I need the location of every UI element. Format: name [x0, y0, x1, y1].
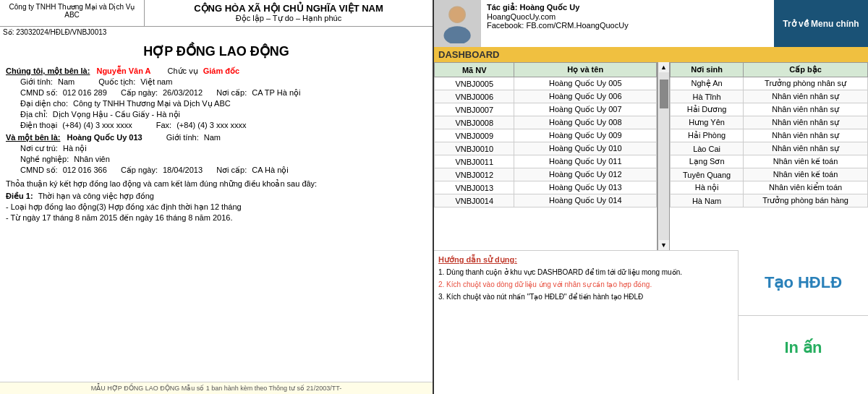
gender-line: Giới tính: Nam Quốc tịch: Việt nam	[6, 77, 427, 87]
document-header: Công ty TNHH Thương Mại và Dịch Vụ ABC C…	[0, 0, 433, 27]
table-row[interactable]: VNBJ0009Hoàng Quốc Uy 009	[435, 129, 657, 142]
cell-cap-bac: Nhân viên nhân sự	[744, 129, 868, 142]
residence-label: Nơi cư trú:	[20, 144, 58, 153]
issued-label: Cấp ngày:	[121, 88, 158, 97]
table-row[interactable]: VNBJ0008Hoàng Quốc Uy 008	[435, 116, 657, 129]
col-ho-ten: Họ và tên	[514, 63, 657, 77]
nationality-label: Quốc tịch:	[98, 77, 135, 86]
cell-cap-bac: Nhân viên kế toán	[744, 155, 868, 168]
table-row[interactable]: Hải DươngNhân viên nhân sự	[671, 103, 868, 116]
col-ma-nv: Mã NV	[435, 63, 514, 77]
table-row[interactable]: Hà nộiNhân viên kiểm toán	[671, 181, 868, 194]
table-row[interactable]: VNBJ0012Hoàng Quốc Uy 012	[435, 168, 657, 181]
table-row[interactable]: Hưng YênNhân viên nhân sự	[671, 116, 868, 129]
svg-point-1	[443, 26, 470, 43]
party2-intro: Và một bên là:	[6, 133, 60, 142]
action-buttons: Tạo HĐLĐ In ấn	[738, 250, 868, 380]
table-row[interactable]: VNBJ0014Hoàng Quốc Uy 014	[435, 194, 657, 207]
cell-ho-ten: Hoàng Quốc Uy 005	[514, 77, 657, 90]
scroll-down-arrow[interactable]: ▼	[659, 240, 668, 250]
fax-label: Fax:	[156, 121, 171, 129]
id-label: CMND số:	[20, 88, 58, 97]
issued-date: 26/03/2012	[163, 88, 203, 97]
company-name: Công ty TNHH Thương Mại và Dịch Vụ ABC	[3, 3, 141, 19]
scroll-thumb[interactable]	[660, 80, 668, 108]
cell-ho-ten: Hoàng Quốc Uy 013	[514, 181, 657, 194]
article1-detail2: - Từ ngày 17 tháng 8 năm 2015 đến ngày 1…	[6, 213, 427, 223]
right-top-bar: Tác giả: Hoàng Quốc Uy HoangQuocUy.com F…	[434, 0, 868, 47]
agreement-text: Thỏa thuận ký kết hợp đồng lao động và c…	[6, 179, 317, 188]
table-row[interactable]: Hải PhòngNhân viên nhân sự	[671, 129, 868, 142]
menu-button[interactable]: Trở về Menu chính	[774, 0, 868, 47]
table-row[interactable]: Tuyên QuangNhân viên kế toán	[671, 168, 868, 181]
party1-intro: Chúng tôi, một bên là:	[6, 67, 90, 75]
address-label: Địa chỉ:	[20, 110, 48, 119]
article1-text: Thời hạn và công việc hợp đồng	[38, 192, 154, 200]
party2-intro-line: Và một bên là: Hoàng Quốc Uy 013 Giới tí…	[6, 133, 427, 142]
table-row[interactable]: Nghệ AnTrưởng phòng nhân sự	[671, 77, 868, 90]
table-row[interactable]: VNBJ0011Hoàng Quốc Uy 011	[435, 155, 657, 168]
cell-ho-ten: Hoàng Quốc Uy 012	[514, 168, 657, 181]
scroll-up-arrow[interactable]: ▲	[659, 62, 668, 72]
cell-ma-nv: VNBJ0005	[435, 77, 514, 90]
instructions-title: Hướng dẫn sử dụng:	[438, 255, 733, 265]
table-row[interactable]: VNBJ0007Hoàng Quốc Uy 007	[435, 103, 657, 116]
party2-gender: Nam	[204, 133, 221, 142]
instruction-item-2-text: 2. Kích chuột vào dòng dữ liệu ứng với n…	[438, 280, 652, 288]
table-row[interactable]: Hà NamTrưởng phòng bán hàng	[671, 194, 868, 207]
cell-ho-ten: Hoàng Quốc Uy 010	[514, 142, 657, 155]
agreement-line: Thỏa thuận ký kết hợp đồng lao động và c…	[6, 179, 427, 189]
party1-position: Giám đốc	[203, 67, 239, 75]
table-row[interactable]: Lạng SơnNhân viên kế toán	[671, 155, 868, 168]
cell-noi-sinh: Hà Tĩnh	[671, 90, 744, 103]
print-button[interactable]: In ấn	[739, 316, 868, 381]
scroll-track	[659, 72, 669, 240]
cell-ma-nv: VNBJ0007	[435, 103, 514, 116]
state-header: CỘNG HÒA XÃ HỘI CHỦ NGHĨA VIỆT NAM Độc l…	[145, 0, 433, 26]
cell-ma-nv: VNBJ0013	[435, 181, 514, 194]
cell-ma-nv: VNBJ0012	[435, 168, 514, 181]
cell-noi-sinh: Hà nội	[671, 181, 744, 194]
left-panel: Công ty TNHH Thương Mại và Dịch Vụ ABC C…	[0, 0, 434, 394]
party2-name: Hoàng Quốc Uy 013	[67, 133, 142, 142]
svg-point-2	[450, 7, 464, 22]
table-row[interactable]: VNBJ0010Hoàng Quốc Uy 010	[435, 142, 657, 155]
cell-noi-sinh: Lạng Sơn	[671, 155, 744, 168]
gender-val: Nam	[58, 77, 75, 86]
cell-cap-bac: Nhân viên kiểm toán	[744, 181, 868, 194]
cell-ma-nv: VNBJ0014	[435, 194, 514, 207]
cell-noi-sinh: Hưng Yên	[671, 116, 744, 129]
gender-label: Giới tính:	[20, 77, 53, 86]
instruction-item-2: 2. Kích chuột vào dòng dữ liệu ứng với n…	[438, 280, 733, 290]
contract-title: HỢP ĐỒNG LAO ĐỘNG	[0, 38, 433, 62]
residence-val: Hà nội	[63, 144, 87, 153]
state-subtitle: Độc lập – Tự do – Hạnh phúc	[148, 14, 430, 23]
table-row[interactable]: VNBJ0006Hoàng Quốc Uy 006	[435, 90, 657, 103]
cell-cap-bac: Nhân viên kế toán	[744, 168, 868, 181]
doc-number: Số: 23032024/HĐLĐ/VNBJ0013	[0, 27, 433, 38]
create-button[interactable]: Tạo HĐLĐ	[739, 250, 868, 316]
cell-cap-bac: Nhân viên nhân sự	[744, 90, 868, 103]
position-label: Chức vụ	[168, 67, 198, 75]
article1-detail1: - Loại hợp đồng lao động(3) Hợp đồng xác…	[6, 202, 427, 212]
cell-cap-bac: Nhân viên nhân sự	[744, 116, 868, 129]
issued2-date: 18/04/2013	[163, 166, 203, 174]
cell-ma-nv: VNBJ0011	[435, 155, 514, 168]
scrollbar[interactable]: ▲ ▼	[658, 62, 670, 250]
table-row[interactable]: VNBJ0005Hoàng Quốc Uy 005	[435, 77, 657, 90]
author-facebook: Facebook: FB.com/CRM.HoangQuocUy	[487, 21, 768, 30]
author-name: Tác giả: Hoàng Quốc Uy	[487, 3, 768, 12]
table-row[interactable]: VNBJ0013Hoàng Quốc Uy 013	[435, 181, 657, 194]
cell-cap-bac: Nhân viên nhân sự	[744, 142, 868, 155]
dashboard-section: DASHBOARD Mã NV Họ và tên VNBJ0005Hoà	[434, 47, 868, 394]
table-row[interactable]: Hà TĩnhNhân viên nhân sự	[671, 90, 868, 103]
cell-ma-nv: VNBJ0009	[435, 129, 514, 142]
phone-val: (+84) (4) 3 xxx xxxx	[62, 121, 132, 129]
table-row[interactable]: Lào CaiNhân viên nhân sự	[671, 142, 868, 155]
occupation-label: Nghề nghiệp:	[20, 155, 69, 163]
contract-body: Chúng tôi, một bên là: Nguyễn Vân A Chức…	[0, 62, 433, 382]
bottom-area: Hướng dẫn sử dụng: 1. Dùng thanh cuộn ở …	[434, 250, 868, 380]
id2-line: CMND số: 012 016 366 Cấp ngày: 18/04/201…	[6, 166, 427, 175]
instruction-item-1: 1. Dùng thanh cuộn ở khu vực DASHBOARD đ…	[438, 267, 733, 278]
author-info: Tác giả: Hoàng Quốc Uy HoangQuocUy.com F…	[481, 0, 774, 47]
